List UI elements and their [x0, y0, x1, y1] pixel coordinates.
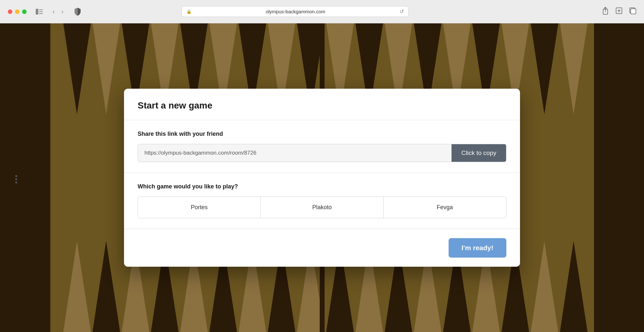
- back-button[interactable]: ‹: [51, 7, 57, 16]
- copy-link-button[interactable]: Click to copy: [452, 144, 506, 162]
- reload-icon[interactable]: ↺: [400, 8, 404, 15]
- new-game-modal: Start a new game Share this link with yo…: [124, 89, 520, 267]
- close-button[interactable]: [8, 9, 12, 14]
- new-tab-button[interactable]: [615, 7, 623, 16]
- share-link-input[interactable]: [138, 144, 452, 162]
- svg-rect-1: [39, 9, 43, 10]
- share-link-label: Share this link with your friend: [138, 131, 506, 137]
- ready-button[interactable]: I'm ready!: [449, 238, 506, 258]
- modal-overlay: Start a new game Share this link with yo…: [0, 23, 644, 332]
- shield-icon: [73, 7, 82, 16]
- share-link-section: Share this link with your friend Click t…: [124, 120, 520, 173]
- modal-title: Start a new game: [138, 100, 506, 111]
- modal-header: Start a new game: [124, 89, 520, 120]
- link-row: Click to copy: [138, 144, 506, 162]
- lock-icon: 🔒: [186, 9, 192, 14]
- browser-actions: [602, 6, 636, 17]
- sidebar-toggle-button[interactable]: [36, 9, 43, 15]
- svg-rect-3: [39, 13, 43, 14]
- browser-chrome: ‹ › 🔒 olympus-backgammon.com ↺: [0, 0, 644, 23]
- game-option-fevga[interactable]: Fevga: [384, 197, 506, 218]
- game-type-label: Which game would you like to play?: [138, 183, 506, 190]
- svg-rect-7: [631, 9, 636, 14]
- maximize-button[interactable]: [22, 9, 27, 14]
- game-type-section: Which game would you like to play? Porte…: [124, 173, 520, 229]
- game-option-portes[interactable]: Portes: [138, 197, 261, 218]
- nav-buttons: ‹ ›: [51, 7, 65, 16]
- address-bar[interactable]: 🔒 olympus-backgammon.com ↺: [181, 6, 409, 17]
- game-option-plakoto[interactable]: Plakoto: [261, 197, 383, 218]
- game-options: Portes Plakoto Fevga: [138, 197, 506, 218]
- traffic-lights: [8, 9, 27, 14]
- url-text: olympus-backgammon.com: [194, 9, 397, 14]
- svg-rect-0: [36, 9, 38, 15]
- tabs-button[interactable]: [629, 7, 636, 16]
- svg-rect-2: [39, 11, 43, 12]
- forward-button[interactable]: ›: [59, 7, 66, 16]
- modal-footer: I'm ready!: [124, 229, 520, 267]
- minimize-button[interactable]: [15, 9, 19, 14]
- share-button[interactable]: [602, 6, 609, 17]
